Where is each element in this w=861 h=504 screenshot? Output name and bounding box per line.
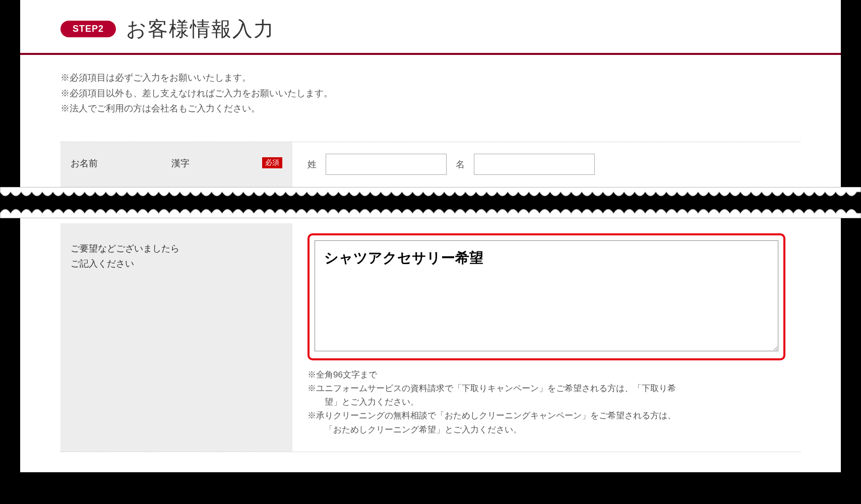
surname-input[interactable] (326, 154, 447, 175)
title-divider (20, 53, 841, 55)
request-label: ご要望などございましたら ご記入ください (60, 223, 292, 452)
note-cleaning-line1: ※承りクリーニングの無料相談で「おためしクリーニングキャンペーン」をご希望される… (307, 409, 785, 422)
step-badge: STEP2 (60, 21, 116, 37)
name-input-cell: 姓 名 (292, 142, 801, 187)
name-label: お名前 (60, 142, 161, 187)
request-notes: ※全角96文字まで ※ユニフォームサービスの資料請求で「下取りキャンペーン」をご… (307, 368, 785, 436)
page-title: お客様情報入力 (126, 15, 275, 43)
surname-label: 姓 (307, 158, 317, 170)
note-uniform-line2: 望」とご入力ください。 (307, 395, 785, 409)
textarea-highlight-box (307, 233, 785, 360)
givenname-label: 名 (456, 158, 465, 170)
instruction-line: ※必須項目以外も、差し支えなければご入力をお願いいたします。 (60, 86, 801, 101)
note-cleaning-line2: 「おためしクリーニング希望」とご入力ください。 (307, 423, 785, 436)
note-char-limit: ※全角96文字まで (307, 368, 785, 382)
section-break-wavy (0, 187, 861, 218)
section-header: STEP2 お客様情報入力 (60, 0, 801, 53)
instruction-line: ※法人でご利用の方は会社名もご入力ください。 (60, 101, 801, 116)
instructions-block: ※必須項目は必ずご入力をお願いいたします。 ※必須項目以外も、差し支えなければご… (60, 70, 801, 116)
request-row: ご要望などございましたら ご記入ください ※全角96文字まで ※ユニフォームサー… (60, 223, 801, 452)
request-textarea[interactable] (315, 240, 778, 351)
required-tag: 必須 (262, 157, 282, 168)
kanji-label: 漢字 (171, 157, 190, 169)
instruction-line: ※必須項目は必ずご入力をお願いいたします。 (60, 70, 801, 86)
request-label-line2: ご記入ください (71, 259, 134, 269)
request-label-line1: ご要望などございましたら (71, 243, 179, 254)
name-sub-label-cell: 漢字 必須 (161, 142, 292, 187)
name-row: お名前 漢字 必須 姓 名 (60, 142, 801, 187)
note-uniform-line1: ※ユニフォームサービスの資料請求で「下取りキャンペーン」をご希望される方は、「下… (307, 382, 785, 395)
request-field-cell: ※全角96文字まで ※ユニフォームサービスの資料請求で「下取りキャンペーン」をご… (292, 223, 801, 452)
givenname-input[interactable] (474, 154, 595, 175)
